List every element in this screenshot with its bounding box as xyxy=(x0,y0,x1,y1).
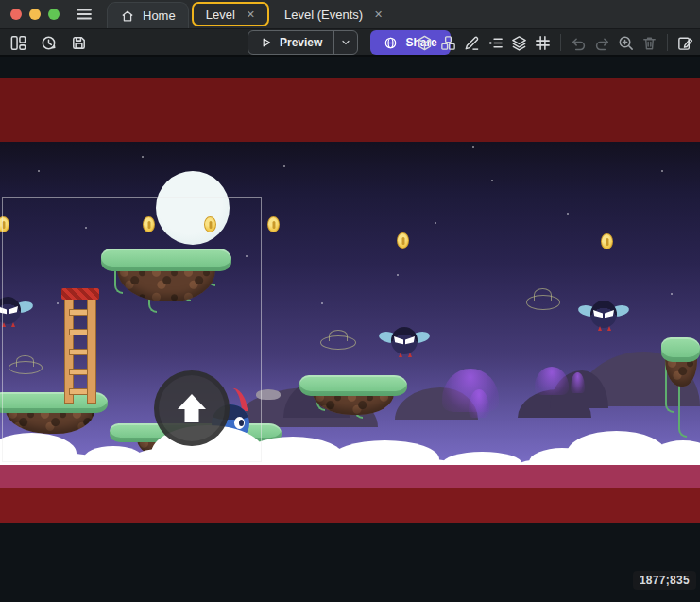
tab-home[interactable]: Home xyxy=(107,2,189,28)
preview-label: Preview xyxy=(280,36,322,49)
preview-dropdown-button[interactable] xyxy=(333,31,357,54)
island-grass xyxy=(661,337,700,362)
undo-icon[interactable] xyxy=(568,32,589,54)
background-red-band xyxy=(0,78,700,142)
star xyxy=(283,165,285,167)
star xyxy=(567,213,569,215)
toolbar-separator xyxy=(667,34,668,51)
ladder-top-cap xyxy=(61,288,99,300)
star xyxy=(435,222,436,224)
star xyxy=(85,227,87,229)
tab-label: Level (Events) xyxy=(284,8,363,22)
instances-list-icon[interactable] xyxy=(485,32,506,54)
star xyxy=(472,146,474,148)
star xyxy=(671,293,673,295)
cursor-coordinates-badge: 1877;835 xyxy=(633,571,696,590)
minimize-window-button[interactable] xyxy=(29,9,41,20)
edit-properties-icon[interactable] xyxy=(674,32,696,54)
island-platform-sprite[interactable] xyxy=(661,337,700,392)
ladder-rung xyxy=(69,329,92,335)
toolbar-right-group xyxy=(414,29,696,56)
ufo-outline xyxy=(9,361,43,374)
globe-icon xyxy=(384,36,398,50)
zoom-window-button[interactable] xyxy=(48,9,60,20)
ufo-outline xyxy=(526,295,560,310)
close-tab-icon[interactable]: ✕ xyxy=(243,9,255,21)
grid-icon[interactable] xyxy=(532,32,554,54)
redo-icon[interactable] xyxy=(591,32,613,54)
tab-level-events[interactable]: Level (Events) ✕ xyxy=(272,0,395,28)
ufo-outline xyxy=(320,335,356,350)
preview-button[interactable]: Preview xyxy=(248,30,358,55)
ufo-dome xyxy=(16,355,34,366)
island-grass xyxy=(299,375,407,396)
toolbar-left-group xyxy=(8,29,90,56)
ladder-rung xyxy=(69,309,92,316)
star xyxy=(142,156,144,158)
ufo-dome xyxy=(534,288,552,301)
toolbar-separator xyxy=(560,34,561,51)
traffic-lights xyxy=(10,9,60,20)
ground-crimson-band xyxy=(0,465,700,488)
bat-enemy-sprite[interactable] xyxy=(379,324,430,358)
arrow-up-icon xyxy=(171,387,213,429)
coin-sprite[interactable] xyxy=(267,216,280,232)
ladder-rung xyxy=(69,388,92,395)
bat-enemy-sprite[interactable] xyxy=(0,294,33,328)
star xyxy=(57,302,59,304)
scene-canvas[interactable]: 1877;835 xyxy=(0,57,700,602)
coin-sprite[interactable] xyxy=(397,232,409,249)
hamburger-menu-icon[interactable] xyxy=(75,5,94,24)
ladder-rung xyxy=(69,349,92,355)
star xyxy=(38,170,40,172)
toolbar: Preview Share xyxy=(0,28,700,57)
tab-label: Level xyxy=(206,8,235,22)
save-icon[interactable] xyxy=(68,32,90,54)
pencil-icon[interactable] xyxy=(461,32,483,54)
objects-cube-icon[interactable] xyxy=(414,32,435,54)
panels-icon[interactable] xyxy=(8,32,29,54)
tab-label: Home xyxy=(143,9,176,23)
star xyxy=(246,255,248,257)
island-platform-sprite[interactable] xyxy=(299,375,407,421)
bat-enemy-sprite[interactable] xyxy=(578,298,629,332)
tab-bar: Home Level ✕ Level (Events) ✕ xyxy=(107,0,395,28)
ladder-sprite[interactable] xyxy=(63,288,97,404)
trash-icon[interactable] xyxy=(639,32,660,54)
stone-prop xyxy=(256,389,281,400)
app-window: Home Level ✕ Level (Events) ✕ xyxy=(0,0,700,602)
jump-button-sprite[interactable] xyxy=(154,370,230,446)
close-window-button[interactable] xyxy=(10,9,22,20)
play-icon xyxy=(260,36,273,49)
ladder-rung xyxy=(69,369,92,375)
coin-sprite[interactable] xyxy=(143,216,155,232)
close-tab-icon[interactable]: ✕ xyxy=(370,9,383,21)
ground-darkred-band xyxy=(0,488,700,523)
tab-level[interactable]: Level ✕ xyxy=(192,2,269,26)
ufo-dome xyxy=(329,330,348,341)
chevron-down-icon xyxy=(340,37,351,48)
coin-sprite[interactable] xyxy=(204,216,216,232)
cursor-coordinates: 1877;835 xyxy=(640,574,690,587)
moon-sprite[interactable] xyxy=(156,171,230,245)
star xyxy=(321,302,323,304)
coin-sprite[interactable] xyxy=(601,233,613,249)
home-icon xyxy=(120,9,135,24)
layers-icon[interactable] xyxy=(508,32,530,54)
zoom-in-icon[interactable] xyxy=(615,32,637,54)
island-grass xyxy=(101,249,231,271)
history-icon[interactable] xyxy=(38,32,60,54)
player-eye xyxy=(234,417,245,429)
island-platform-sprite[interactable] xyxy=(101,249,231,307)
object-groups-icon[interactable] xyxy=(437,32,459,54)
title-bar: Home Level ✕ Level (Events) ✕ xyxy=(0,0,700,28)
star xyxy=(661,170,663,172)
star xyxy=(491,180,493,181)
star xyxy=(397,274,399,276)
